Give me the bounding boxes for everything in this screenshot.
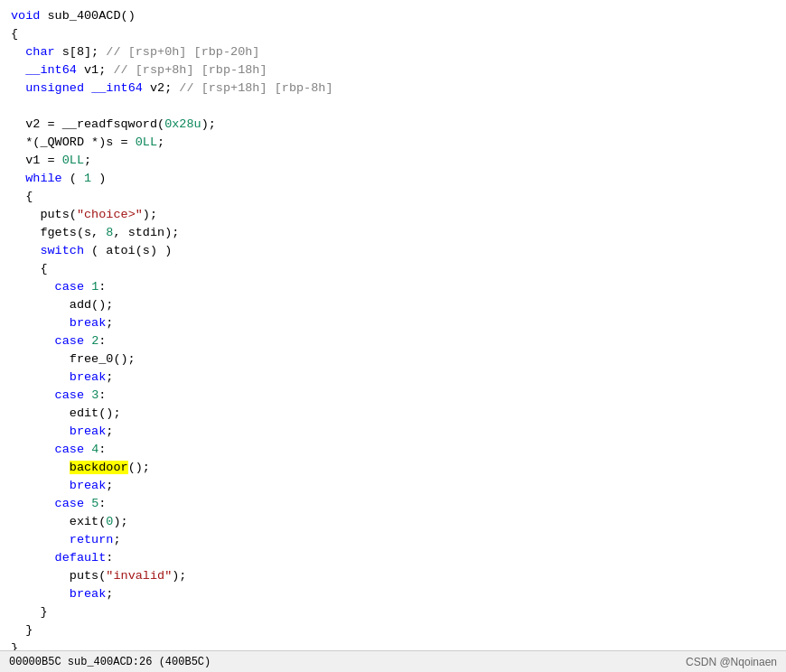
code-line: v2 = __readfsqword(0x28u);	[11, 116, 775, 134]
code-line: {	[11, 260, 775, 278]
code-line: puts("choice>");	[11, 206, 775, 224]
code-line: case 2:	[11, 332, 775, 350]
code-line: break;	[11, 585, 775, 603]
code-line: while ( 1 )	[11, 170, 775, 188]
code-line: case 3:	[11, 387, 775, 405]
code-line: }	[11, 621, 775, 639]
code-line: {	[11, 25, 775, 43]
code-line: edit();	[11, 405, 775, 423]
status-bar: 00000B5C sub_400ACD:26 (400B5C) CSDN @Nq…	[0, 650, 786, 672]
code-line: default:	[11, 549, 775, 567]
code-line: v1 = 0LL;	[11, 152, 775, 170]
code-line: puts("invalid");	[11, 567, 775, 585]
code-editor: void sub_400ACD(){ char s[8]; // [rsp+0h…	[0, 0, 786, 650]
code-line: }	[11, 603, 775, 621]
code-line: *(_QWORD *)s = 0LL;	[11, 134, 775, 152]
code-line: add();	[11, 296, 775, 314]
code-line: }	[11, 639, 775, 650]
code-line: case 5:	[11, 495, 775, 513]
code-line: {	[11, 188, 775, 206]
code-line: backdoor();	[11, 459, 775, 477]
code-line: exit(0);	[11, 513, 775, 531]
code-line: break;	[11, 477, 775, 495]
code-line	[11, 98, 775, 116]
code-line: return;	[11, 531, 775, 549]
code-line: break;	[11, 423, 775, 441]
code-line: void sub_400ACD()	[11, 7, 775, 25]
code-line: break;	[11, 369, 775, 387]
code-line: char s[8]; // [rsp+0h] [rbp-20h]	[11, 43, 775, 61]
code-line: break;	[11, 314, 775, 332]
code-line: free_0();	[11, 350, 775, 369]
status-left: 00000B5C sub_400ACD:26 (400B5C)	[9, 656, 211, 668]
code-line: case 1:	[11, 278, 775, 296]
status-right: CSDN @Nqoinaen	[686, 656, 777, 668]
code-line: fgets(s, 8, stdin);	[11, 224, 775, 242]
code-line: unsigned __int64 v2; // [rsp+18h] [rbp-8…	[11, 79, 775, 98]
code-line: __int64 v1; // [rsp+8h] [rbp-18h]	[11, 61, 775, 79]
code-line: case 4:	[11, 441, 775, 459]
code-line: switch ( atoi(s) )	[11, 242, 775, 260]
